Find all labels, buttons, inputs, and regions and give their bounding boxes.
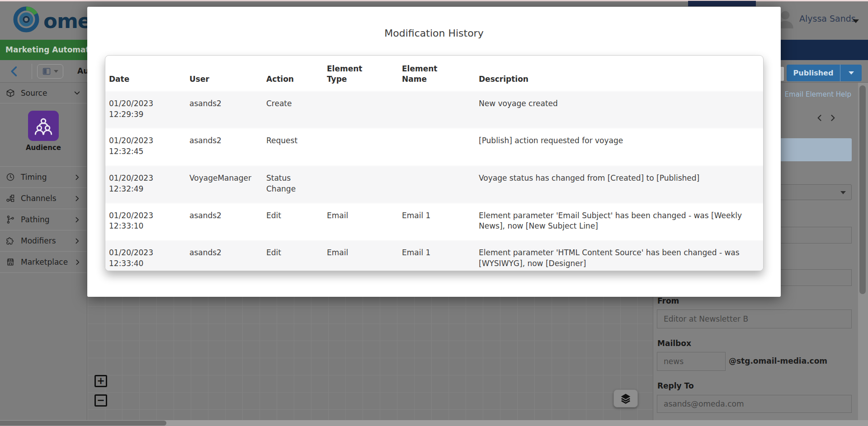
sidebar-item-label: Marketplace [21, 257, 68, 267]
modal-title: Modification History [87, 28, 781, 39]
table-row: 01/20/202312:33:40 asands2 Edit Email Em… [105, 240, 763, 271]
audience-tile-label: Audience [0, 144, 87, 152]
sidebar-item-source[interactable]: Source [0, 83, 87, 103]
audience-people-icon [33, 116, 54, 136]
audience-element-tile[interactable] [28, 111, 59, 141]
layers-button[interactable] [613, 389, 638, 407]
sidebar-item-label: Timing [21, 173, 67, 182]
cell-element-type: Email [323, 203, 398, 241]
reply-to-input[interactable] [657, 395, 852, 413]
cell-description: [Publish] action requested for voyage [475, 128, 763, 166]
sidebar-item-channels[interactable]: Channels [0, 188, 87, 209]
canvas-horizontal-scrollbar-thumb[interactable] [0, 421, 166, 426]
published-label[interactable]: Published [787, 65, 840, 81]
column-header-description: Description [475, 56, 763, 91]
sidebar-item-label: Pathing [21, 215, 67, 224]
puzzle-icon [6, 236, 15, 245]
cell-date: 01/20/202312:32:45 [105, 128, 186, 166]
cell-action: Create [263, 91, 323, 129]
cell-date: 01/20/202312:33:10 [105, 203, 186, 241]
from-input[interactable] [657, 309, 852, 328]
chevron-right-icon [73, 173, 81, 181]
cell-element-name: Email 1 [398, 203, 475, 241]
mailbox-domain: @stg.omail-media.com [729, 356, 827, 365]
pathing-icon [6, 215, 15, 224]
toolbar-divider [32, 64, 32, 79]
modification-history-card: Date User Action Element Type Element Na… [105, 55, 764, 271]
table-header-row: Date User Action Element Type Element Na… [105, 56, 763, 91]
panel-scrollbar-thumb[interactable] [859, 85, 866, 294]
cell-element-name [398, 166, 475, 203]
cell-user: VoyageManager [186, 166, 263, 203]
chevron-down-icon [73, 89, 81, 97]
published-dropdown-toggle[interactable] [840, 65, 862, 81]
sidebar-item-marketplace[interactable]: Marketplace [0, 252, 87, 273]
table-row: 01/20/202312:32:49 VoyageManager Status … [105, 166, 763, 203]
cell-action: Request [263, 128, 323, 166]
column-header-user: User [186, 56, 263, 91]
table-row: 01/20/202312:29:39 asands2 Create New vo… [105, 91, 763, 129]
table-row: 01/20/202312:33:10 asands2 Edit Email Em… [105, 203, 763, 241]
cell-description: Element parameter 'Email Subject' has be… [475, 203, 763, 241]
cell-user: asands2 [186, 91, 263, 129]
reply-to-label: Reply To [657, 381, 694, 390]
chevron-left-icon[interactable] [815, 113, 824, 122]
sidebar-item-modifiers[interactable]: Modifiers [0, 230, 87, 252]
sidebar-item-pathing[interactable]: Pathing [0, 209, 87, 230]
clock-icon [6, 173, 15, 182]
cell-user: asands2 [186, 203, 263, 241]
cell-element-type: Email [323, 240, 398, 271]
cell-action: Edit [263, 203, 323, 241]
from-label: From [657, 296, 679, 305]
back-button[interactable] [8, 65, 21, 78]
cell-description: New voyage created [475, 91, 763, 129]
chevron-down-icon [840, 191, 846, 194]
zoom-out-button[interactable]: − [94, 394, 107, 407]
split-pane-icon [42, 67, 51, 76]
cell-action: Edit [263, 240, 323, 271]
sidebar-item-label: Source [21, 89, 67, 98]
chevron-down-icon [849, 71, 854, 75]
layout-view-dropdown[interactable] [37, 64, 63, 79]
email-element-help-link[interactable]: Email Element Help [785, 90, 851, 98]
canvas-horizontal-scrollbar-track[interactable] [0, 420, 868, 426]
chevron-down-icon [54, 70, 58, 73]
cell-action: Status Change [263, 166, 323, 203]
cell-element-type [323, 91, 398, 129]
mailbox-input[interactable] [657, 352, 726, 371]
zoom-in-button[interactable]: + [94, 375, 107, 387]
published-status-button[interactable]: Published [787, 65, 862, 81]
cell-user: asands2 [186, 128, 263, 166]
sidebar-item-timing[interactable]: Timing [0, 167, 87, 188]
modification-history-modal: Modification History Date User Action El… [87, 7, 781, 297]
cube-icon [6, 89, 15, 98]
omeda-logo-icon [13, 6, 40, 33]
element-sidebar: Source Audience [0, 83, 87, 426]
element-pager [815, 113, 837, 122]
chevron-right-icon [74, 258, 81, 266]
modification-history-table: Date User Action Element Type Element Na… [105, 56, 763, 271]
chevron-right-icon [73, 195, 81, 202]
cell-description: Element parameter 'HTML Content Source' … [475, 240, 763, 271]
chevron-right-icon[interactable] [828, 113, 837, 122]
chevron-right-icon [73, 216, 81, 224]
user-menu-caret-icon [853, 19, 859, 23]
column-header-element-type: Element Type [323, 56, 398, 91]
cell-element-type [323, 166, 398, 203]
cell-element-name [398, 128, 475, 166]
table-row: 01/20/202312:32:45 asands2 Request [Publ… [105, 128, 763, 166]
storefront-icon [6, 257, 15, 267]
column-header-element-name: Element Name [398, 56, 475, 91]
panel-scrollbar-track[interactable] [858, 83, 868, 420]
sidebar-item-label: Modifiers [21, 236, 67, 245]
column-header-action: Action [263, 56, 323, 91]
cell-date: 01/20/202312:32:49 [105, 166, 186, 203]
cell-date: 01/20/202312:29:39 [105, 91, 186, 129]
mailbox-label: Mailbox [657, 339, 691, 348]
source-elements-section: Audience [0, 111, 87, 167]
sidebar-item-label: Channels [21, 194, 67, 203]
cell-element-name [398, 91, 475, 129]
cell-description: Voyage status has changed from [Created]… [475, 166, 763, 203]
user-menu[interactable]: Alyssa Sands [799, 14, 856, 23]
chevron-right-icon [73, 237, 81, 245]
